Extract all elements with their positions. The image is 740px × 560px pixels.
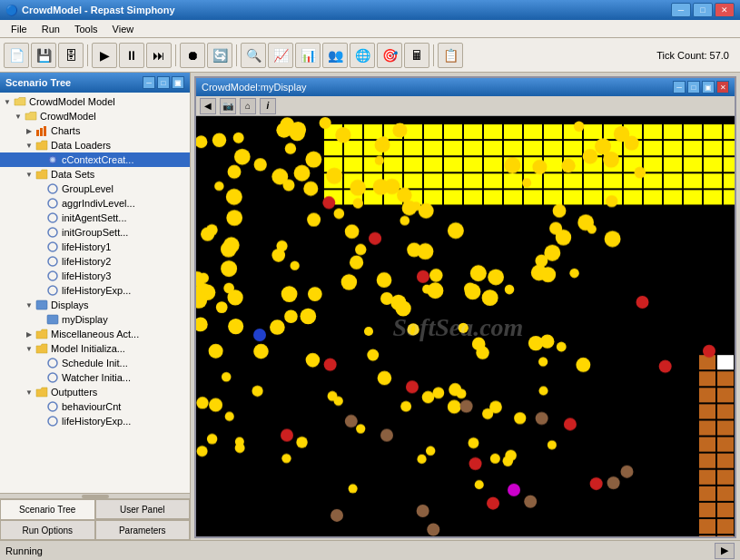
tb-step-button[interactable]: ⏭	[146, 43, 172, 68]
display-tb-camera-btn[interactable]: 📷	[220, 98, 236, 114]
tree-item-model-init[interactable]: ▼Model Initializa...	[0, 341, 190, 356]
toolbar-separator-3	[236, 44, 237, 66]
tree-item-data-loaders[interactable]: ▼Data Loaders	[0, 138, 190, 152]
tree-item-lifehistory2[interactable]: lifeHistory2	[0, 254, 190, 269]
tab-run-options[interactable]: Run Options	[0, 520, 95, 540]
display-tb-back-btn[interactable]: ◀	[200, 98, 216, 114]
svg-rect-0	[36, 130, 39, 136]
toolbar: 📄 💾 🗄 ▶ ⏸ ⏭ ⏺ 🔄 🔍 📈 📊 👥 🌐 🎯 🖩 📋 Tick Cou…	[0, 38, 740, 73]
status-icon-btn[interactable]: ▶	[715, 543, 735, 559]
scenario-maximize-btn[interactable]: □	[157, 76, 170, 89]
svg-point-17	[48, 402, 57, 411]
close-button[interactable]: ✕	[715, 3, 735, 17]
tree-item-watcher-init[interactable]: Watcher Initia...	[0, 370, 190, 385]
status-text: Running	[5, 545, 43, 556]
svg-rect-14	[47, 315, 58, 324]
maximize-button[interactable]: □	[693, 3, 713, 17]
tree-item-crowdmodel-model[interactable]: ▼CrowdModel Model	[0, 94, 190, 109]
tb-world-button[interactable]: 🌐	[350, 43, 375, 68]
display-area: CrowdModel:myDisplay ─ □ ▣ ✕ ◀ 📷 ⌂ i	[191, 73, 740, 540]
tb-stop-button[interactable]: ⏺	[180, 43, 205, 68]
title-bar-text: CrowdModel - Repast Simphony	[22, 5, 671, 15]
tb-extra-button[interactable]: 📋	[438, 43, 463, 68]
svg-point-8	[48, 228, 57, 237]
tree-item-behaviourcnt[interactable]: behaviourCnt	[0, 399, 190, 414]
display-titlebar-controls: ─ □ ▣ ✕	[673, 81, 729, 93]
display-minimize-btn[interactable]: ─	[673, 81, 686, 93]
display-maximize-btn[interactable]: □	[687, 81, 700, 93]
tb-new-button[interactable]: 📄	[4, 43, 29, 68]
tick-count-display: Tick Count: 57.0	[656, 50, 736, 61]
display-titlebar: CrowdModel:myDisplay ─ □ ▣ ✕	[196, 78, 735, 96]
svg-point-12	[48, 286, 57, 295]
scenario-header-controls: ─ □ ▣	[143, 76, 184, 89]
tab-scenario-tree[interactable]: Scenario Tree	[0, 499, 95, 519]
scenario-detach-btn[interactable]: ▣	[172, 76, 184, 89]
minimize-button[interactable]: ─	[671, 3, 691, 17]
svg-point-9	[48, 242, 57, 251]
tree-item-misc-act[interactable]: ▶Miscellaneous Act...	[0, 327, 190, 341]
tb-pie-button[interactable]: 🎯	[377, 43, 402, 68]
tb-db-button[interactable]: 🗄	[58, 43, 84, 68]
tree-item-initgroupsett[interactable]: initGroupSett...	[0, 225, 190, 240]
tree-item-charts[interactable]: ▶Charts	[0, 123, 190, 138]
tree-item-schedule-init[interactable]: Schedule Init...	[0, 356, 190, 370]
status-bar: Running ▶	[0, 540, 740, 560]
svg-point-5	[48, 184, 57, 193]
svg-point-7	[48, 213, 57, 222]
toolbar-separator-4	[433, 44, 434, 66]
tb-search-button[interactable]: 🔍	[241, 43, 266, 68]
menu-tools[interactable]: Tools	[67, 22, 105, 36]
scenario-tree[interactable]: ▼CrowdModel Model▼CrowdModel▶Charts▼Data…	[0, 93, 190, 493]
display-close-btn[interactable]: ✕	[716, 81, 729, 93]
tree-item-displays[interactable]: ▼Displays	[0, 298, 190, 312]
svg-point-16	[48, 373, 57, 382]
tree-item-lifehistory3[interactable]: lifeHistory3	[0, 269, 190, 283]
scenario-tab-row-1: Scenario Tree User Panel	[0, 498, 190, 519]
scenario-panel: Scenario Tree ─ □ ▣ ▼CrowdModel Model▼Cr…	[0, 73, 191, 540]
scenario-header: Scenario Tree ─ □ ▣	[0, 73, 190, 93]
svg-point-18	[48, 417, 57, 426]
tb-chart-button[interactable]: 📈	[268, 43, 293, 68]
svg-point-11	[48, 271, 57, 280]
svg-point-6	[48, 199, 57, 208]
tb-bar-chart-button[interactable]: 📊	[295, 43, 321, 68]
title-bar-controls: ─ □ ✕	[671, 3, 735, 17]
tree-item-initagentsett[interactable]: initAgentSett...	[0, 211, 190, 225]
svg-rect-2	[44, 126, 46, 136]
tab-parameters[interactable]: Parameters	[95, 520, 191, 540]
tree-item-mydisplay[interactable]: myDisplay	[0, 312, 190, 327]
display-tb-home-btn[interactable]: ⌂	[240, 98, 256, 114]
display-detach-btn[interactable]: ▣	[702, 81, 715, 93]
tb-save-button[interactable]: 💾	[31, 43, 56, 68]
menu-view[interactable]: View	[105, 22, 142, 36]
tb-calc-button[interactable]: 🖩	[404, 43, 429, 68]
svg-point-4	[51, 158, 54, 162]
tree-item-crowdmodel[interactable]: ▼CrowdModel	[0, 109, 190, 123]
simulation-canvas	[196, 116, 735, 536]
tree-item-aggrindivlevel[interactable]: aggrIndivLevel...	[0, 196, 190, 211]
menu-file[interactable]: File	[4, 22, 35, 36]
display-tb-info-btn[interactable]: i	[260, 98, 276, 114]
display-window: CrowdModel:myDisplay ─ □ ▣ ✕ ◀ 📷 ⌂ i	[194, 76, 736, 538]
display-toolbar: ◀ 📷 ⌂ i	[196, 96, 735, 116]
tree-item-lifehistoryexp2[interactable]: lifeHistoryExp...	[0, 414, 190, 428]
tree-item-grouplevel[interactable]: GroupLevel	[0, 182, 190, 196]
toolbar-separator-2	[175, 44, 176, 66]
tb-play-button[interactable]: ▶	[92, 43, 117, 68]
menu-run[interactable]: Run	[35, 22, 67, 36]
svg-rect-1	[40, 128, 43, 136]
tb-people-button[interactable]: 👥	[322, 43, 348, 68]
svg-point-15	[48, 359, 57, 368]
tree-item-contextcreate[interactable]: cContextCreat...	[0, 152, 190, 167]
tb-reset-button[interactable]: 🔄	[207, 43, 232, 68]
title-bar: 🔵 CrowdModel - Repast Simphony ─ □ ✕	[0, 0, 740, 20]
tree-item-data-sets[interactable]: ▼Data Sets	[0, 167, 190, 182]
tree-item-lifehistoryexp[interactable]: lifeHistoryExp...	[0, 283, 190, 298]
tb-pause-button[interactable]: ⏸	[119, 43, 144, 68]
scenario-tab-row-2: Run Options Parameters	[0, 519, 190, 540]
tab-user-panel[interactable]: User Panel	[95, 499, 191, 519]
tree-item-outputters[interactable]: ▼Outputters	[0, 385, 190, 399]
scenario-minimize-btn[interactable]: ─	[143, 76, 155, 89]
tree-item-lifehistory1[interactable]: lifeHistory1	[0, 240, 190, 254]
